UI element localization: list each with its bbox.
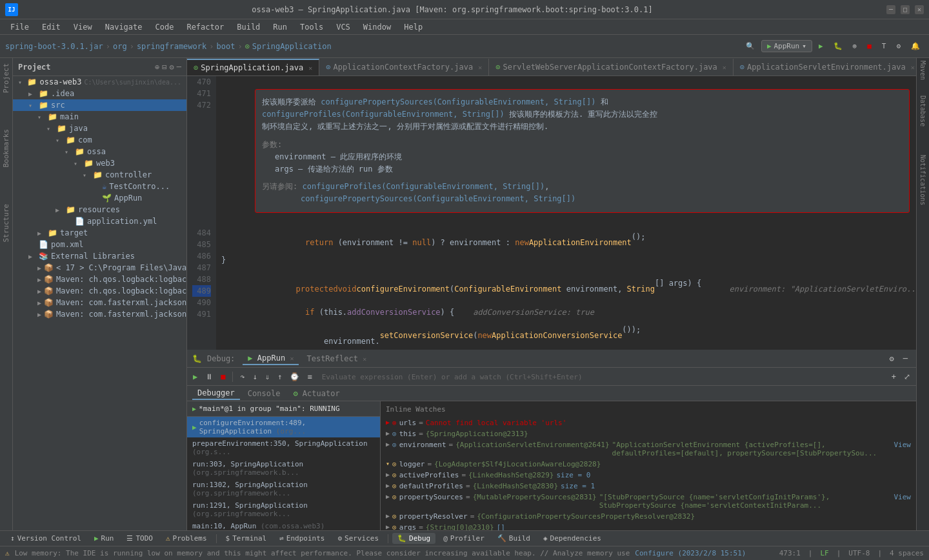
debug-button[interactable]: 🐛 (830, 40, 846, 52)
frame-item-run1302[interactable]: run:1302, SpringApplication (org.springf… (187, 479, 380, 499)
step-out-button[interactable]: ↑ (274, 371, 285, 383)
breadcrumb-springapplication[interactable]: SpringApplication (252, 42, 332, 51)
code-content[interactable]: 按该顺序委派给 configurePropertySources(Configu… (216, 76, 916, 350)
tree-item-logback2[interactable]: ▶📦 Maven: ch.qos.logback:logback-... (13, 285, 186, 297)
watch-propertysources-view-link[interactable]: View (894, 493, 912, 501)
bottom-tab-profiler[interactable]: @ Profiler (438, 533, 490, 544)
resume-button[interactable]: ▶ (190, 371, 201, 383)
maven-panel-icon[interactable]: Maven (919, 61, 926, 80)
evaluate-expression-button[interactable]: ≡ (304, 371, 315, 383)
tree-item-target[interactable]: ▶📁 target (13, 227, 186, 239)
menu-edit[interactable]: Edit (37, 21, 66, 33)
tab-close-appservletenv[interactable]: ✕ (911, 64, 915, 71)
tree-item-pom[interactable]: ▶📄 pom.xml (13, 239, 186, 250)
watch-logger-arrow[interactable]: ▾ (386, 460, 390, 467)
tree-item-ext-libs[interactable]: ▶📚 External Libraries (13, 250, 186, 262)
tab-applicationcontextfactory[interactable]: ⊙ ApplicationContextFactory.java ✕ (319, 59, 489, 75)
bottom-tab-run[interactable]: ▶ Run (89, 533, 119, 544)
breadcrumb-class[interactable]: ⊙ (245, 42, 250, 51)
breadcrumb-springframework[interactable]: springframework (137, 42, 206, 51)
status-configure-link[interactable]: Configure (2023/2/8 15:51) (635, 549, 746, 557)
structure-icon[interactable]: Structure (2, 201, 10, 245)
add-icon[interactable]: ⊕ (155, 63, 159, 72)
tree-item-web3[interactable]: ▾📁 web3 (13, 157, 186, 169)
tree-item-testcontro[interactable]: ▶☕ TestContro... (13, 181, 186, 192)
watch-environment-view-link[interactable]: View (894, 441, 912, 449)
tree-item-src[interactable]: ▾📁 src (13, 99, 186, 111)
subtab-console[interactable]: Console (243, 388, 286, 399)
minimize-button[interactable]: ─ (886, 5, 895, 14)
database-panel-icon[interactable]: Database (919, 95, 926, 126)
stop-debug-button[interactable]: ■ (217, 371, 228, 383)
watch-defaultprofiles-arrow[interactable]: ▶ (386, 482, 390, 489)
menu-refactor[interactable]: Refactor (181, 21, 229, 33)
watch-this-arrow[interactable]: ▶ (386, 430, 390, 437)
tree-item-apprun[interactable]: ▶🌱 AppRun (13, 192, 186, 204)
watch-propertysources-arrow[interactable]: ▶ (386, 493, 390, 500)
tree-item-com[interactable]: ▾📁 com (13, 134, 186, 146)
tree-item-yaml[interactable]: ▶📄 application.yml (13, 215, 186, 227)
tree-item-logback1[interactable]: ▶📦 Maven: ch.qos.logback:logback-... (13, 274, 186, 285)
debug-tab-testreflect[interactable]: TestReflect ✕ (301, 353, 372, 365)
tab-springapplication[interactable]: ⊙ SpringApplication.java ✕ (187, 59, 319, 75)
settings-icon[interactable]: ⚙ (170, 63, 174, 72)
tree-item-main[interactable]: ▾📁 main (13, 111, 186, 123)
subtab-debugger[interactable]: Debugger (192, 387, 240, 400)
tab-close-appcontextfactory[interactable]: ✕ (478, 64, 482, 71)
menu-help[interactable]: Help (399, 21, 428, 33)
watch-args-arrow[interactable]: ▶ (386, 523, 390, 530)
bottom-tab-terminal[interactable]: $ Terminal (221, 533, 272, 544)
run-button[interactable]: ▶ (815, 40, 827, 52)
step-into-method-button[interactable]: ⇓ (262, 371, 273, 383)
breadcrumb-org[interactable]: org (113, 42, 127, 51)
tree-item-jackson1[interactable]: ▶📦 Maven: com.fasterxml.jackson.cc... (13, 297, 186, 308)
pause-button[interactable]: ⏸ (202, 371, 216, 383)
tab-servletwebserver[interactable]: ⊙ ServletWebServerApplicationContextFact… (489, 59, 734, 75)
step-into-button[interactable]: ↓ (250, 371, 261, 383)
tree-item-ossa[interactable]: ▾📁 ossa (13, 146, 186, 157)
notifications-button[interactable]: 🔔 (907, 40, 924, 52)
search-everywhere-button[interactable]: 🔍 (742, 40, 759, 52)
translate-button[interactable]: T (878, 40, 890, 52)
watch-environment-arrow[interactable]: ▶ (386, 441, 390, 448)
settings-debug-button[interactable]: ⚙ (886, 353, 897, 365)
tab-close-springapplication[interactable]: ✕ (308, 65, 312, 72)
bottom-tab-versioncontrol[interactable]: ↕ Version Control (5, 533, 86, 544)
debug-tab-apprun[interactable]: ▶ AppRun ✕ (243, 352, 299, 365)
menu-tools[interactable]: Tools (295, 21, 328, 33)
stop-button[interactable]: ■ (863, 40, 875, 52)
frame-item-active[interactable]: ▶ configureEnvironment:489, SpringApplic… (187, 417, 380, 437)
menu-window[interactable]: Window (358, 21, 396, 33)
bookmarks-icon[interactable]: Bookmarks (2, 126, 10, 170)
settings-button[interactable]: ⚙ (892, 40, 904, 52)
bottom-tab-debug[interactable]: 🐛 Debug (392, 533, 435, 544)
run-config-selector[interactable]: ▶ AppRun ▾ (761, 40, 812, 52)
watch-activeprofiles-arrow[interactable]: ▶ (386, 471, 390, 478)
tab-applicationservletenvironment[interactable]: ⊙ ApplicationServletEnvironment.java ✕ (734, 59, 916, 75)
tree-item-idea[interactable]: ▶📁 .idea (13, 88, 186, 99)
menu-navigate[interactable]: Navigate (100, 21, 148, 33)
tree-item-ossa-web3[interactable]: ▾📁 ossa-web3 C:\Users\sunjinxin\dea... (13, 76, 186, 88)
close-testreflect-tab[interactable]: ✕ (363, 355, 366, 363)
project-panel-icon[interactable]: Project (2, 61, 10, 95)
menu-view[interactable]: View (68, 21, 97, 33)
tree-item-jdk[interactable]: ▶📦 < 17 > C:\Program Files\Java\jd... (13, 262, 186, 274)
bottom-tab-problems[interactable]: ⚠ Problems (161, 533, 212, 544)
frame-item-run303[interactable]: run:303, SpringApplication (org.springfr… (187, 458, 380, 479)
breadcrumb-project[interactable]: spring-boot-3.0.1.jar (5, 42, 103, 51)
maximize-button[interactable]: □ (901, 5, 910, 14)
bottom-tab-services[interactable]: ⚙ Services (332, 533, 384, 544)
menu-run[interactable]: Run (268, 21, 292, 33)
hide-debug-button[interactable]: ─ (900, 353, 911, 365)
tree-item-resources[interactable]: ▶📁 resources (13, 204, 186, 215)
bottom-tab-build[interactable]: 🔨 Build (492, 533, 535, 544)
close-button[interactable]: ✕ (915, 5, 924, 14)
menu-file[interactable]: File (5, 21, 34, 33)
menu-code[interactable]: Code (150, 21, 179, 33)
hide-panel-icon[interactable]: ─ (177, 63, 181, 72)
expand-watches-button[interactable]: ⤢ (901, 371, 914, 383)
tree-item-jackson2[interactable]: ▶📦 Maven: com.fasterxml.jackson.cc... (13, 308, 186, 320)
tab-close-servletwebserver[interactable]: ✕ (723, 64, 726, 71)
notifications-panel-icon[interactable]: Notifications (919, 155, 926, 205)
breadcrumb-boot[interactable]: boot (216, 42, 235, 51)
